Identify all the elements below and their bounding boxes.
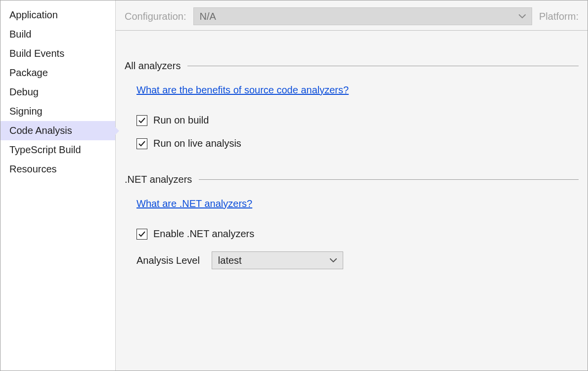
sidebar-item-package[interactable]: Package — [0, 63, 115, 82]
section-title: .NET analyzers — [125, 174, 192, 185]
sidebar-item-label: Debug — [9, 86, 39, 97]
content: All analyzers What are the benefits of s… — [116, 31, 588, 278]
platform-label: Platform: — [539, 11, 579, 22]
sidebar-item-debug[interactable]: Debug — [0, 82, 115, 102]
checkbox-run-on-build-row[interactable]: Run on build — [136, 115, 579, 126]
checkbox-enable-dotnet-row[interactable]: Enable .NET analyzers — [136, 228, 579, 240]
sidebar-item-label: Package — [9, 67, 48, 78]
divider — [187, 66, 579, 66]
sidebar-item-code-analysis[interactable]: Code Analysis — [0, 121, 115, 140]
sidebar-item-application[interactable]: Application — [0, 5, 115, 25]
chevron-down-icon — [330, 257, 337, 264]
analysis-level-label: Analysis Level — [136, 255, 200, 266]
check-icon — [138, 230, 146, 238]
analysis-level-select[interactable]: latest — [212, 251, 343, 269]
checkbox-label: Run on live analysis — [153, 138, 241, 149]
check-icon — [138, 140, 146, 148]
section-title: All analyzers — [125, 60, 181, 72]
sidebar-item-typescript-build[interactable]: TypeScript Build — [0, 140, 115, 160]
checkbox-enable-dotnet[interactable] — [136, 229, 147, 240]
link-benefits-analyzers[interactable]: What are the benefits of source code ana… — [136, 84, 349, 96]
sidebar: Application Build Build Events Package D… — [0, 0, 115, 371]
sidebar-item-label: Build — [9, 29, 31, 40]
analysis-level-value: latest — [218, 255, 242, 266]
main-panel: Configuration: N/A Platform: All analyze… — [115, 0, 588, 371]
sidebar-item-label: Build Events — [9, 48, 64, 59]
check-icon — [138, 117, 146, 124]
sidebar-item-build[interactable]: Build — [0, 25, 115, 44]
divider — [199, 179, 579, 180]
sidebar-item-label: Code Analysis — [9, 125, 72, 136]
checkbox-run-on-live[interactable] — [136, 138, 147, 149]
topbar: Configuration: N/A Platform: — [116, 0, 588, 31]
configuration-select[interactable]: N/A — [193, 7, 532, 25]
sidebar-item-build-events[interactable]: Build Events — [0, 44, 115, 63]
configuration-label: Configuration: — [125, 11, 186, 22]
section-dotnet-analyzers-header: .NET analyzers — [125, 174, 579, 185]
sidebar-item-label: TypeScript Build — [9, 144, 81, 155]
checkbox-run-on-live-row[interactable]: Run on live analysis — [136, 138, 579, 149]
configuration-value: N/A — [200, 11, 216, 22]
checkbox-label: Run on build — [153, 115, 209, 126]
sidebar-item-label: Resources — [9, 164, 57, 174]
analysis-level-row: Analysis Level latest — [136, 251, 579, 269]
sidebar-item-resources[interactable]: Resources — [0, 160, 115, 179]
sidebar-item-label: Signing — [9, 106, 43, 117]
section-all-analyzers-header: All analyzers — [125, 60, 579, 72]
chevron-down-icon — [519, 13, 526, 20]
sidebar-item-label: Application — [9, 9, 58, 20]
checkbox-label: Enable .NET analyzers — [153, 228, 254, 240]
link-dotnet-analyzers[interactable]: What are .NET analyzers? — [136, 198, 252, 209]
sidebar-item-signing[interactable]: Signing — [0, 102, 115, 121]
checkbox-run-on-build[interactable] — [136, 115, 147, 126]
